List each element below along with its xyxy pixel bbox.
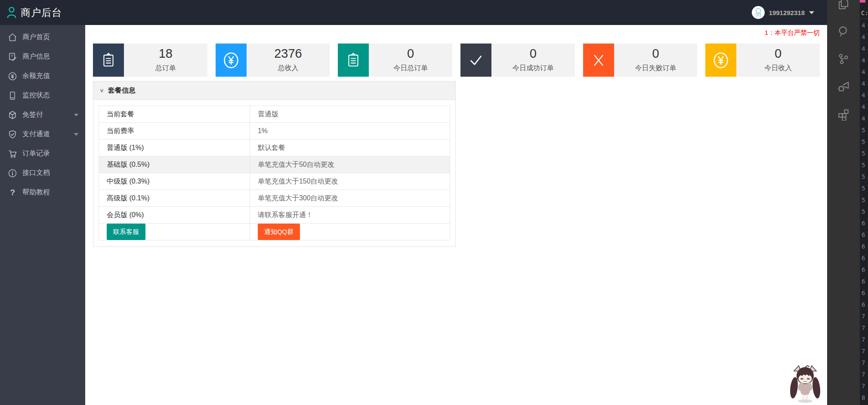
- question-icon: ?: [8, 188, 17, 197]
- avatar[interactable]: [752, 6, 765, 19]
- stat-label: 总订单: [155, 64, 176, 73]
- table-row: 基础版 (0.5%) 单笔充值大于50自动更改: [99, 156, 450, 173]
- row-value: 普通版: [250, 106, 450, 123]
- stat-card-total-income: 2376 总收入: [216, 44, 330, 77]
- row-name: 会员版 (0%): [99, 207, 250, 224]
- qq-group-button[interactable]: 通知QQ群: [258, 224, 300, 240]
- row-value: 1%: [250, 123, 450, 140]
- check-icon: [460, 44, 491, 77]
- activity-bar: [827, 0, 860, 405]
- sidebar-item-pay-channel[interactable]: 支付通道: [0, 125, 85, 144]
- row-value: 单笔充值大于300自动更改: [250, 190, 450, 207]
- sidebar-item-label: 接口文档: [22, 168, 50, 178]
- stat-label: 今日收入: [764, 64, 792, 73]
- close-icon: [583, 44, 614, 77]
- source-control-icon[interactable]: [837, 53, 850, 65]
- stat-label: 今日总订单: [393, 64, 428, 73]
- sidebar-item-recharge[interactable]: 余额充值: [0, 66, 85, 86]
- row-name: 当前套餐: [99, 106, 250, 123]
- table-row: 当前套餐 普通版: [99, 106, 450, 123]
- row-value: 单笔充值大于150自动更改: [250, 173, 450, 190]
- editor-line-number: 5: [862, 194, 865, 206]
- svg-text:?: ?: [11, 54, 13, 58]
- stat-card-today-success: 0 今日成功订单: [460, 44, 575, 77]
- doodle-avatar-icon: [754, 7, 763, 18]
- editor-line-number: 4: [862, 43, 865, 55]
- sidebar-item-home[interactable]: 商户首页: [0, 28, 85, 47]
- stat-value: 0: [407, 47, 414, 60]
- stat-label: 今日成功订单: [513, 64, 554, 73]
- panel-content: 当前套餐 普通版 当前费率 1% 普通版 (1%) 默认套餐: [93, 100, 455, 246]
- app-logo: 商户后台: [0, 6, 62, 19]
- search-icon[interactable]: [837, 25, 850, 38]
- divider: [860, 19, 868, 19]
- extensions-icon[interactable]: [837, 108, 850, 121]
- row-value: 默认套餐: [250, 140, 450, 156]
- sidebar-item-label: 免签付: [22, 110, 43, 119]
- row-name: 中级版 (0.3%): [99, 173, 250, 190]
- editor-line-number: 5: [862, 206, 865, 218]
- marquee-notice: 1：本平台严禁一切: [93, 28, 820, 37]
- mobile-monitor-icon: [8, 91, 17, 100]
- editor-line-number: 4: [862, 101, 865, 113]
- home-icon: [8, 33, 17, 42]
- editor-line-number: 4: [862, 20, 865, 31]
- table-row: 高级版 (0.1%) 单笔充值大于300自动更改: [99, 190, 450, 207]
- svg-text:?: ?: [10, 188, 15, 197]
- row-name: 普通版 (1%): [99, 140, 250, 156]
- username: 1991292318: [769, 9, 805, 16]
- row-name: 基础版 (0.5%): [99, 156, 250, 173]
- debug-icon[interactable]: [837, 80, 850, 93]
- chevron-down-icon: [74, 114, 78, 116]
- editor-edge: C: 444444444555555556666666677777778: [860, 0, 868, 405]
- screen: 商户后台 1991292318 商户首页: [0, 0, 868, 405]
- yen-circle-icon: [216, 44, 247, 77]
- chevron-down-icon: [74, 133, 78, 136]
- yen-circle-icon: [705, 44, 736, 77]
- editor-path-label: C:: [861, 9, 868, 16]
- cube-icon: [8, 110, 17, 120]
- sidebar-item-label: 余额充值: [22, 72, 50, 81]
- editor-line-number: 7: [862, 322, 865, 334]
- stat-value: 0: [652, 47, 659, 60]
- stat-card-today-orders: 0 今日总订单: [338, 44, 452, 77]
- editor-line-number: 5: [862, 183, 865, 194]
- sidebar-item-label: 监控状态: [22, 91, 50, 100]
- stat-value: 0: [530, 47, 537, 60]
- stat-cards-row: 18 总订单 2376 总收入: [93, 44, 820, 77]
- editor-line-number: 7: [862, 346, 865, 357]
- editor-line-number: 7: [862, 369, 865, 380]
- editor-line-number: 5: [862, 148, 865, 159]
- editor-line-number: 5: [862, 136, 865, 148]
- sidebar-item-label: 支付通道: [22, 130, 50, 139]
- sidebar-item-help[interactable]: ? 帮助教程: [0, 183, 85, 202]
- document-edit-icon: ?: [8, 52, 17, 62]
- panel-header[interactable]: ∨ 套餐信息: [93, 81, 455, 100]
- table-row: 普通版 (1%) 默认套餐: [99, 140, 450, 156]
- sidebar-item-merchant-info[interactable]: ? 商户信息: [0, 47, 85, 66]
- editor-line-number: 7: [862, 311, 865, 322]
- sidebar-item-api-docs[interactable]: 接口文档: [0, 163, 85, 183]
- row-name: 当前费率: [99, 123, 250, 140]
- stat-value: 2376: [274, 47, 302, 60]
- editor-line-number: 7: [862, 334, 865, 346]
- sidebar-item-monitor[interactable]: 监控状态: [0, 86, 85, 105]
- editor-line-number: 6: [862, 252, 865, 264]
- sidebar-item-orders[interactable]: 订单记录: [0, 144, 85, 163]
- user-menu[interactable]: 1991292318: [752, 6, 827, 19]
- editor-line-number: 4: [862, 78, 865, 90]
- stat-value: 18: [159, 47, 173, 60]
- vscode-window-edge: C: 444444444555555556666666677777778: [827, 0, 868, 405]
- files-icon[interactable]: [837, 0, 850, 10]
- sidebar-item-nosign-pay[interactable]: 免签付: [0, 105, 85, 125]
- contact-support-button[interactable]: 联系客服: [107, 224, 145, 240]
- page-title: 商户后台: [21, 6, 62, 19]
- editor-line-number: 6: [862, 299, 865, 311]
- stat-card-today-failed: 0 今日失败订单: [583, 44, 698, 77]
- stat-card-total-orders: 18 总订单: [93, 44, 207, 77]
- row-value: 单笔充值大于50自动更改: [250, 156, 450, 173]
- editor-line-number: 6: [862, 264, 865, 276]
- stat-label: 今日失败订单: [635, 64, 676, 73]
- stat-value: 0: [775, 47, 782, 60]
- merchant-admin-window: 商户后台 1991292318 商户首页: [0, 0, 827, 405]
